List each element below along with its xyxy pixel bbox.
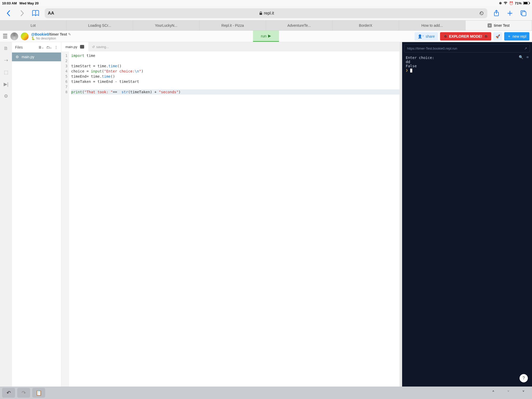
saving-indicator: ↺ saving... xyxy=(88,45,109,49)
alarm-icon: ⏰ xyxy=(509,1,513,5)
new-file-icon[interactable]: 🗎₊ xyxy=(38,45,44,49)
replit-header: ☰ @Bookie0/timer Test ✎ 🐍 No description… xyxy=(0,31,532,42)
console-output[interactable]: 🔍 ⌫ Enter choice: dd False ❯ xyxy=(402,55,532,387)
play-icon: ▶ xyxy=(268,34,271,38)
browser-tab[interactable]: AdventureTe... xyxy=(266,21,332,30)
console-line: dd xyxy=(406,60,528,64)
run-button[interactable]: run ▶ xyxy=(253,31,279,42)
files-icon[interactable]: 🗎 xyxy=(4,46,8,51)
browser-tab[interactable]: Loading SCr... xyxy=(66,21,133,30)
repl-name: timer Test xyxy=(50,32,67,36)
safari-toolbar: AA repl.it xyxy=(0,6,532,20)
browser-tab[interactable]: How to add... xyxy=(399,21,466,30)
share-repl-button[interactable]: 👤⁺ share xyxy=(415,32,438,41)
close-tab-icon[interactable]: ✕ xyxy=(488,23,492,28)
person-plus-icon: 👤⁺ xyxy=(418,34,424,38)
share-button[interactable] xyxy=(492,9,501,18)
browser-tab[interactable]: Repl.it - Pizza xyxy=(200,21,266,30)
svg-rect-1 xyxy=(524,2,528,4)
console-cursor xyxy=(410,69,412,72)
dismiss-keyboard-button[interactable]: ˅ xyxy=(517,388,530,398)
keyboard-suggestion-bar: ↶ ↷ 📋 ˄ ˅ ˅ xyxy=(0,387,532,399)
clear-console-icon[interactable]: ⌫ xyxy=(526,55,528,59)
bug-icon: 🐞 xyxy=(484,34,488,38)
file-item-selected[interactable]: ⚙ main.py xyxy=(12,52,61,61)
repl-title-block: @Bookie0/timer Test ✎ 🐍 No description xyxy=(31,32,71,40)
url-host: repl.it xyxy=(264,11,274,16)
console-panel: https://timer-Test.bookie0.repl.run ↗ 🔍 … xyxy=(402,42,532,387)
svg-rect-2 xyxy=(529,3,530,4)
undo-button[interactable]: ↶ xyxy=(2,388,15,398)
tabs-button[interactable] xyxy=(519,9,528,18)
version-control-icon[interactable]: ⇢ xyxy=(4,57,8,63)
browser-tab-active[interactable]: ✕ timer Test xyxy=(466,21,532,30)
open-external-icon[interactable]: ↗ xyxy=(524,46,527,50)
console-url-bar[interactable]: https://timer-Test.bookie0.repl.run ↗ xyxy=(404,44,530,52)
browser-tab[interactable]: YourLuckyN... xyxy=(133,21,200,30)
battery-percent: 71% xyxy=(515,1,522,5)
files-label: Files xyxy=(15,45,23,49)
back-button[interactable] xyxy=(4,9,13,18)
battery-icon xyxy=(523,2,530,5)
plus-icon: ＋ xyxy=(507,34,511,39)
repl-subtitle: No description xyxy=(36,37,56,40)
editor-tab-bar: main.py ↺ saving... xyxy=(61,42,400,51)
next-suggestion-button[interactable]: ˅ xyxy=(502,388,515,398)
lock-icon xyxy=(259,11,262,15)
settings-icon[interactable]: ⚙ xyxy=(4,93,8,99)
line-gutter: 1 2 3 4 5 6 7 8 xyxy=(61,51,69,387)
python-file-icon: ⚙ xyxy=(16,55,19,59)
edit-icon[interactable]: ✎ xyxy=(68,32,71,36)
python-icon: 🐍 xyxy=(31,37,35,40)
history-icon: ↺ xyxy=(92,45,95,49)
text-size-button[interactable]: AA xyxy=(48,11,54,16)
prev-suggestion-button[interactable]: ˄ xyxy=(487,388,500,398)
files-panel: Files 🗎₊ 🗀₊ ⋮ ⚙ main.py xyxy=(12,42,61,387)
repl-owner[interactable]: @Bookie0 xyxy=(31,32,49,36)
debugger-icon[interactable]: ▶| xyxy=(4,81,9,87)
console-line: Enter choice: xyxy=(406,56,528,60)
browser-tab[interactable]: BorderX xyxy=(332,21,399,30)
rocket-button[interactable]: 🚀 xyxy=(493,32,502,41)
left-icon-rail: 🗎 ⇢ ⬚ ▶| ⚙ xyxy=(0,42,12,387)
user-avatar[interactable] xyxy=(21,32,29,40)
console-line: False xyxy=(406,64,528,68)
more-icon[interactable]: ⋮ xyxy=(54,45,58,49)
new-folder-icon[interactable]: 🗀₊ xyxy=(46,45,52,49)
ipad-status-bar: 10:03 AM Wed May 20 ✲ ⏰ 71% xyxy=(0,0,532,6)
replit-logo[interactable] xyxy=(10,32,18,40)
editor-tab-active[interactable]: main.py xyxy=(61,42,88,51)
console-prompt: ❯ xyxy=(406,68,408,72)
file-name: main.py xyxy=(22,55,34,59)
workspace: 🗎 ⇢ ⬚ ▶| ⚙ Files 🗎₊ 🗀₊ ⋮ ⚙ main.py main.… xyxy=(0,42,532,387)
bookmarks-button[interactable] xyxy=(31,9,40,18)
address-bar[interactable]: AA repl.it xyxy=(45,8,487,18)
bug-icon: 🐞 xyxy=(443,34,448,38)
status-date: Wed May 20 xyxy=(19,1,39,5)
svg-rect-3 xyxy=(260,13,262,15)
forward-button[interactable] xyxy=(18,9,26,18)
wifi-icon xyxy=(503,2,508,5)
browser-tab[interactable]: Lot xyxy=(0,21,66,30)
rocket-icon: 🚀 xyxy=(496,34,500,38)
packages-icon[interactable]: ⬚ xyxy=(4,69,8,75)
new-repl-button[interactable]: ＋ new repl xyxy=(504,32,529,41)
loading-icon: ✲ xyxy=(499,1,502,5)
menu-button[interactable]: ☰ xyxy=(3,33,8,40)
search-console-icon[interactable]: 🔍 xyxy=(519,55,523,59)
safari-tab-strip: Lot Loading SCr... YourLuckyN... Repl.it… xyxy=(0,20,532,31)
code-content[interactable]: import time timeStart = time.time() choi… xyxy=(69,51,400,387)
file-options-icon[interactable] xyxy=(80,45,84,49)
paste-button[interactable]: 📋 xyxy=(32,388,45,398)
console-url-text: https://timer-Test.bookie0.repl.run xyxy=(407,46,457,50)
editor-panel: main.py ↺ saving... 1 2 3 4 5 6 7 8 impo… xyxy=(61,42,402,387)
files-header: Files 🗎₊ 🗀₊ ⋮ xyxy=(12,42,61,52)
new-tab-button[interactable] xyxy=(506,9,514,18)
explorer-mode-button[interactable]: 🐞 EXPLORER MODE! 🐞 xyxy=(440,32,491,41)
help-button[interactable]: ? xyxy=(520,374,528,382)
svg-rect-6 xyxy=(522,12,526,16)
reload-button[interactable] xyxy=(479,11,484,16)
redo-button[interactable]: ↷ xyxy=(17,388,30,398)
code-editor[interactable]: 1 2 3 4 5 6 7 8 import time timeStart = … xyxy=(61,51,400,387)
status-time: 10:03 AM xyxy=(2,1,17,5)
